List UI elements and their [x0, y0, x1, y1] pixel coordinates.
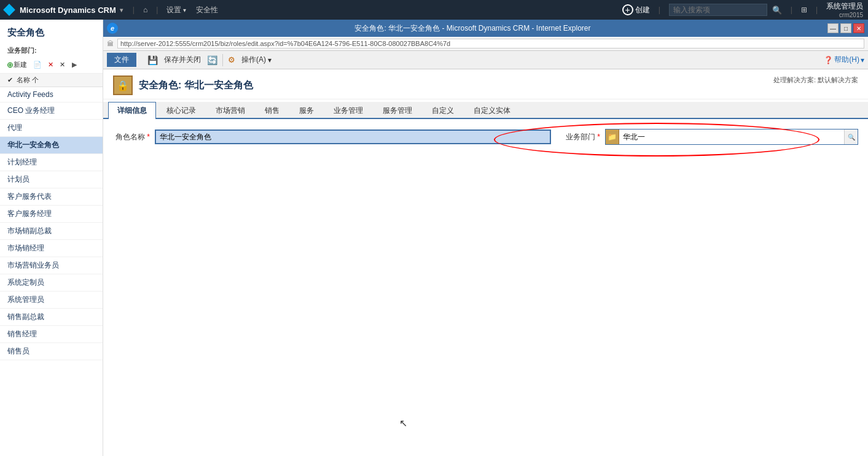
nav-settings[interactable]: 设置 ▾ — [162, 2, 191, 18]
main-layout: 安全角色 业务部门: ⊕ 新建 📄 ✕ ✕ ▶ ✔ 名称 个 Activity … — [0, 20, 868, 456]
toolbar-sep — [222, 54, 223, 66]
new-icon: ⊕ — [7, 60, 14, 69]
app-logo: Microsoft Dynamics CRM ▾ — [5, 6, 123, 15]
copy-icon: 📄 — [33, 61, 42, 69]
sidebar-item-4[interactable]: 计划经理 — [0, 154, 103, 171]
role-name-input[interactable] — [155, 129, 551, 144]
action-label: 操作(A) — [241, 55, 266, 65]
dropdown-arrow[interactable]: ▾ — [120, 7, 123, 14]
sidebar-item-6[interactable]: 客户服务代表 — [0, 188, 103, 206]
new-label: 新建 — [14, 60, 27, 69]
form-row-wrapper: 角色名称 业务部门 📁 华北一 🔍 — [113, 129, 858, 145]
sidebar-item-5[interactable]: 计划员 — [0, 171, 103, 188]
maximize-btn[interactable]: □ — [840, 23, 851, 33]
sidebar-item-1[interactable]: CEO 业务经理 — [0, 102, 103, 120]
plus-icon: + — [622, 4, 633, 15]
sidebar-item-12[interactable]: 系统管理员 — [0, 292, 103, 309]
tab-3[interactable]: 销售 — [256, 102, 289, 119]
sidebar-item-13[interactable]: 销售副总裁 — [0, 309, 103, 326]
sidebar-section: 业务部门: — [0, 42, 103, 56]
lookup-search-btn[interactable]: 🔍 — [844, 129, 858, 144]
user-info: 系统管理员 crm2015 — [826, 1, 863, 18]
save-close-btn[interactable]: 保存并关闭 — [160, 53, 205, 66]
create-label: 创建 — [635, 5, 650, 15]
sidebar-item-10[interactable]: 市场营销业务员 — [0, 257, 103, 274]
nav-sep-2: | — [156, 6, 158, 14]
lookup-text: 华北一 — [619, 130, 844, 144]
delete-icon: ✕ — [48, 61, 53, 69]
close-btn[interactable]: ✕ — [853, 23, 864, 33]
nav-sep-1: | — [133, 6, 135, 14]
save-close-label: 保存并关闭 — [164, 55, 201, 65]
business-unit-field: 业务部门 📁 华北一 🔍 — [563, 129, 858, 145]
tab-1[interactable]: 核心记录 — [157, 102, 205, 119]
tab-6[interactable]: 服务管理 — [373, 102, 421, 119]
sidebar-toolbar: ⊕ 新建 📄 ✕ ✕ ▶ — [0, 56, 103, 74]
lookup-icon: 📁 — [606, 129, 619, 144]
close-icon: ✕ — [60, 61, 65, 69]
action-btn[interactable]: 操作(A) ▾ — [238, 53, 275, 66]
sidebar-item-7[interactable]: 客户服务经理 — [0, 206, 103, 223]
sidebar-item-2[interactable]: 代理 — [0, 120, 103, 137]
window-controls: — □ ✕ — [827, 23, 864, 33]
help-btn[interactable]: ❓ 帮助(H) ▾ — [824, 55, 864, 65]
sidebar-new-btn[interactable]: ⊕ 新建 — [5, 59, 29, 71]
app-name: Microsoft Dynamics CRM — [20, 6, 116, 15]
tab-8[interactable]: 自定义实体 — [464, 102, 520, 119]
browser-titlebar: e 安全角色: 华北一安全角色 - Microsoft Dynamics CRM… — [103, 20, 868, 37]
address-input[interactable] — [117, 39, 864, 48]
nav-security[interactable]: 安全性 — [191, 2, 223, 18]
toolbar-icon-2: 🔄 — [207, 55, 217, 65]
toolbar-action-icon: ⚙ — [228, 55, 235, 64]
settings-label: 设置 — [166, 5, 181, 15]
search-input[interactable] — [669, 4, 767, 16]
sidebar-item-0[interactable]: Activity Feeds — [0, 87, 103, 102]
record-icon: 🔒 — [113, 75, 133, 95]
minimize-btn[interactable]: — — [827, 23, 839, 33]
sidebar-item-9[interactable]: 市场销经理 — [0, 240, 103, 257]
ie-icon: e — [107, 23, 118, 34]
page-icon: 🏛 — [107, 40, 114, 47]
nav-sep-3: | — [659, 6, 660, 14]
crm-toolbar: 文件 💾 保存并关闭 🔄 ⚙ 操作(A) ▾ ❓ 帮助(H) ▾ — [103, 51, 868, 69]
toolbar-icon-1: 💾 — [147, 55, 158, 65]
action-arrow: ▾ — [268, 56, 272, 64]
record-solution: 处理解决方案: 默认解决方案 — [773, 75, 858, 85]
logo-diamond — [3, 4, 15, 16]
sidebar-item-14[interactable]: 销售经理 — [0, 326, 103, 343]
nav-arrow-right[interactable]: ▶ — [72, 61, 77, 69]
sidebar-col-header: ✔ 名称 个 — [0, 74, 103, 87]
nav-sep-4: | — [791, 6, 792, 14]
sidebar-item-15[interactable]: 销售员 — [0, 343, 103, 360]
browser-title: 安全角色: 华北一安全角色 - Microsoft Dynamics CRM -… — [122, 23, 824, 34]
record-header: 🔒 安全角色: 华北一安全角色 处理解决方案: 默认解决方案 — [103, 69, 868, 99]
nav-home[interactable]: ⌂ — [138, 3, 152, 17]
help-icon: ❓ — [824, 56, 833, 64]
role-name-label: 角色名称 — [113, 132, 150, 142]
security-label: 安全性 — [196, 5, 218, 15]
sidebar-item-11[interactable]: 系统定制员 — [0, 274, 103, 292]
sidebar-item-3[interactable]: 华北一安全角色 — [0, 137, 103, 154]
file-tab-btn[interactable]: 文件 — [107, 53, 136, 67]
nav-icon-grid[interactable]: ⊞ — [801, 6, 807, 14]
tab-0[interactable]: 详细信息 — [108, 102, 156, 119]
settings-arrow: ▾ — [183, 7, 186, 14]
tab-4[interactable]: 服务 — [290, 102, 323, 119]
create-button[interactable]: + 创建 — [622, 4, 650, 15]
search-icon[interactable]: 🔍 — [772, 6, 782, 15]
nav-sep-5: | — [816, 6, 818, 14]
help-arrow: ▾ — [861, 56, 864, 64]
tab-2[interactable]: 市场营销 — [206, 102, 254, 119]
form-row-1: 角色名称 业务部门 📁 华北一 🔍 — [113, 129, 858, 145]
business-unit-label: 业务部门 — [563, 132, 600, 142]
tab-5[interactable]: 业务管理 — [324, 102, 372, 119]
sidebar-close-btn[interactable]: ✕ — [58, 60, 67, 70]
tabs-bar: 详细信息核心记录市场营销销售服务业务管理服务管理自定义自定义实体 — [103, 102, 868, 119]
sidebar-delete-btn[interactable]: ✕ — [46, 60, 55, 70]
col-header-label: 名称 个 — [17, 75, 39, 85]
sidebar-item-8[interactable]: 市场销副总裁 — [0, 223, 103, 240]
tab-7[interactable]: 自定义 — [423, 102, 463, 119]
record-title: 安全角色: 华北一安全角色 — [139, 79, 253, 92]
sidebar-copy-btn[interactable]: 📄 — [31, 60, 44, 70]
user-sub: crm2015 — [839, 12, 863, 18]
